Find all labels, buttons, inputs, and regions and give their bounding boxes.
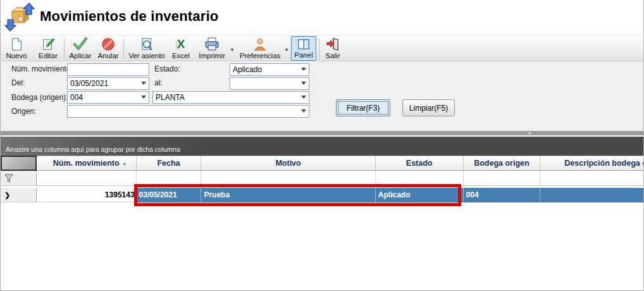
column-header-label: Descripción bodega ori	[564, 159, 643, 168]
num-movimiento-label: Núm. movimiento:	[11, 65, 73, 73]
al-date-combo[interactable]	[230, 77, 309, 90]
preferencias-dropdown-arrow[interactable]: ▾	[285, 47, 288, 53]
origen-combo[interactable]	[67, 105, 309, 118]
grid-header-row: Núm. movimiento ▲ Fecha Motivo Estado Bo…	[1, 156, 643, 171]
chevron-down-icon	[301, 96, 306, 99]
filter-cell[interactable]	[37, 171, 137, 186]
grid-data-row[interactable]: ❯ 1395143 03/05/2021 Prueba Aplicado 004	[1, 188, 643, 202]
excel-button[interactable]: X Excel	[169, 36, 193, 61]
cell-estado[interactable]: Aplicado	[376, 188, 464, 202]
chevron-down-icon	[301, 82, 306, 85]
view-entry-icon	[140, 37, 154, 52]
app-window: Movimientos de inventario Nuevo	[0, 0, 644, 291]
cell-descripcion[interactable]	[540, 188, 643, 202]
editar-button[interactable]: Editar	[34, 36, 63, 61]
header-indicator-cell	[1, 156, 37, 171]
filter-cell[interactable]	[464, 171, 541, 186]
preferencias-button[interactable]: Preferencias	[238, 36, 282, 61]
grid-filter-row	[1, 171, 643, 186]
chevron-down-icon	[301, 109, 306, 113]
preferencias-label: Preferencias	[240, 52, 281, 60]
del-date-combo[interactable]: 03/05/2021	[67, 77, 149, 90]
toolbar-separator	[319, 39, 319, 59]
cell-bodega-origen[interactable]: 004	[464, 188, 541, 202]
anular-label: Anular	[97, 52, 118, 60]
del-date-value: 03/05/2021	[70, 79, 108, 88]
salir-label: Salir	[325, 52, 340, 60]
filter-cell[interactable]	[137, 171, 202, 186]
page-title: Movimientos de inventario	[40, 8, 219, 25]
panel-icon	[297, 37, 311, 51]
estado-value: Aplicado	[233, 65, 262, 74]
exit-door-icon	[326, 37, 340, 52]
salir-button[interactable]: Salir	[321, 36, 344, 61]
bodega-name-combo[interactable]: PLANTA	[152, 91, 309, 104]
splitter-collapse-icon[interactable]: ▲	[528, 130, 532, 135]
imprimir-button[interactable]: Imprimir	[194, 36, 230, 61]
column-header-label: Núm. movimiento	[53, 159, 120, 168]
sort-ascending-icon: ▲	[122, 161, 127, 166]
nuevo-button[interactable]: Nuevo	[2, 36, 31, 61]
row-indicator-cell: ❯	[1, 188, 37, 202]
edit-icon	[41, 37, 55, 52]
filtrar-button[interactable]: Filtrar(F3)	[336, 99, 390, 116]
toolbar-separator	[123, 39, 124, 59]
anular-button[interactable]: Anular	[94, 36, 122, 61]
filter-funnel-icon	[4, 174, 13, 182]
aplicar-label: Aplicar	[69, 52, 91, 60]
aplicar-button[interactable]: Aplicar	[66, 36, 94, 61]
preferences-user-icon	[253, 37, 267, 52]
filter-row-indicator-cell	[1, 171, 37, 186]
ver-asiento-button[interactable]: Ver asiento	[126, 36, 168, 61]
cell-motivo[interactable]: Prueba	[201, 188, 375, 202]
column-header-label: Bodega origen	[474, 159, 529, 168]
bodega-code-value: 004	[70, 93, 83, 102]
bodega-origen-label: Bodega (origen):	[11, 93, 68, 102]
toolbar-separator	[64, 39, 65, 59]
apply-check-icon	[73, 37, 88, 52]
filter-cell[interactable]	[201, 171, 375, 186]
excel-icon: X	[174, 37, 188, 52]
del-label: Del:	[11, 78, 25, 87]
main-toolbar: Nuevo Editar Aplica	[1, 35, 643, 61]
imprimir-label: Imprimir	[199, 52, 225, 60]
cell-fecha[interactable]: 03/05/2021	[137, 188, 202, 202]
horizontal-splitter[interactable]: ▲	[1, 131, 643, 136]
filter-cell[interactable]	[376, 171, 464, 186]
group-by-bar[interactable]: Arrastre una columna aquí para agrupar p…	[1, 137, 643, 156]
inventory-movements-icon	[4, 3, 35, 32]
column-header-label: Fecha	[157, 159, 180, 168]
column-header-bodega-origen[interactable]: Bodega origen	[464, 156, 541, 171]
bodega-code-combo[interactable]: 004	[67, 91, 149, 104]
limpiar-button[interactable]: Limpiar(F5)	[402, 99, 455, 116]
title-bar: Movimientos de inventario	[1, 0, 643, 35]
column-header-num-movimiento[interactable]: Núm. movimiento ▲	[37, 156, 137, 171]
chevron-down-icon	[141, 82, 146, 85]
estado-label: Estado:	[154, 65, 180, 73]
cancel-icon	[101, 37, 115, 52]
chevron-down-icon	[301, 68, 306, 71]
bodega-name-value: PLANTA	[156, 93, 185, 102]
filter-cell[interactable]	[540, 171, 643, 186]
panel-button[interactable]: Panel	[291, 36, 316, 61]
al-label: al:	[154, 78, 163, 87]
new-document-icon	[9, 37, 23, 52]
print-icon	[204, 37, 220, 52]
imprimir-dropdown-arrow[interactable]: ▾	[231, 47, 233, 53]
group-by-hint: Arrastre una columna aquí para agrupar p…	[1, 146, 180, 156]
svg-text:X: X	[177, 37, 185, 51]
column-header-descripcion[interactable]: Descripción bodega ori	[540, 156, 643, 171]
excel-label: Excel	[172, 52, 190, 60]
editar-label: Editar	[39, 52, 58, 60]
cell-num-movimiento[interactable]: 1395143	[37, 188, 137, 202]
panel-label: Panel	[294, 51, 313, 59]
current-row-arrow-icon: ❯	[4, 191, 10, 199]
num-movimiento-input[interactable]	[67, 63, 149, 76]
column-header-label: Estado	[406, 159, 433, 168]
column-header-fecha[interactable]: Fecha	[137, 156, 202, 171]
column-header-motivo[interactable]: Motivo	[201, 156, 375, 171]
estado-combo[interactable]: Aplicado	[230, 63, 309, 76]
chevron-down-icon	[141, 96, 146, 99]
column-header-estado[interactable]: Estado	[376, 156, 464, 171]
nuevo-label: Nuevo	[6, 52, 27, 60]
